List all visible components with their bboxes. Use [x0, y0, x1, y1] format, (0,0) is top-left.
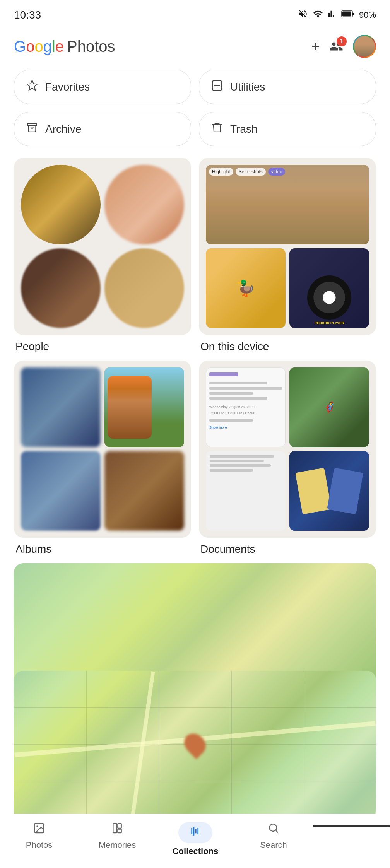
google-wordmark: Google	[14, 38, 64, 55]
record-player-image: RECORD PLAYER	[289, 248, 369, 328]
archive-label: Archive	[45, 123, 81, 135]
avatar	[353, 35, 376, 58]
home-indicator	[313, 825, 390, 827]
profile-button[interactable]	[353, 35, 376, 58]
header-actions: + 1	[311, 35, 376, 58]
documents-card[interactable]: Wednesday, August 26, 2020 12:00 PM • 17…	[199, 361, 376, 555]
app-logo: Google Photos	[14, 38, 115, 55]
checklist-icon	[211, 79, 223, 94]
bottom-nav: Photos Memories Collections	[0, 814, 390, 868]
plus-icon: +	[311, 38, 320, 55]
album-image-3	[21, 451, 101, 531]
battery-percentage: 90%	[359, 10, 376, 20]
nav-search[interactable]: Search	[234, 822, 313, 856]
search-nav-label: Search	[260, 840, 287, 850]
people-label: People	[14, 340, 191, 353]
nav-photos[interactable]: Photos	[0, 822, 78, 856]
album-images	[14, 361, 191, 538]
archive-icon	[26, 121, 38, 137]
collections-nav-label: Collections	[173, 846, 219, 856]
on-device-card[interactable]: Highlight Selfie shots video 🦆 RECORD PL…	[199, 158, 376, 353]
albums-card[interactable]: Albums	[14, 361, 191, 555]
archive-button[interactable]: Archive	[14, 112, 191, 146]
svg-point-6	[36, 825, 38, 827]
status-icons: 90%	[298, 9, 376, 21]
comic-image: 🦸	[289, 367, 369, 447]
people-card[interactable]: People	[14, 158, 191, 353]
on-device-label: On this device	[199, 340, 376, 353]
photos-wordmark: Photos	[67, 38, 115, 55]
svg-rect-4	[27, 123, 37, 125]
status-bar: 10:33 90%	[0, 0, 390, 27]
favorites-label: Favorites	[45, 81, 90, 93]
duck-image: 🦆	[206, 248, 286, 328]
cards-image	[289, 451, 369, 531]
share-button[interactable]: 1	[329, 39, 344, 53]
utilities-button[interactable]: Utilities	[199, 70, 376, 104]
document-sheet: Wednesday, August 26, 2020 12:00 PM • 17…	[206, 367, 286, 447]
map-background	[14, 671, 376, 818]
collections-nav-icon	[189, 825, 202, 840]
photos-nav-label: Photos	[26, 840, 53, 850]
memories-nav-icon	[111, 822, 123, 837]
svg-rect-7	[113, 824, 116, 833]
person-face-2	[21, 248, 101, 328]
nav-memories[interactable]: Memories	[78, 822, 156, 856]
people-images	[14, 158, 191, 335]
dog-image	[21, 165, 101, 244]
signal-icon	[328, 9, 337, 21]
svg-rect-1	[352, 13, 354, 15]
memories-nav-label: Memories	[99, 840, 136, 850]
trash-icon	[211, 121, 223, 137]
album-image-4	[104, 451, 184, 531]
utility-grid: Favorites Utilities Archive	[0, 66, 390, 154]
status-time: 10:33	[14, 9, 41, 21]
avatar-image	[354, 36, 375, 57]
photos-nav-icon	[33, 822, 45, 837]
utilities-label: Utilities	[230, 81, 265, 93]
notification-badge: 1	[337, 36, 347, 46]
collections-grid: People Highlight Selfie shots video	[0, 154, 390, 563]
wifi-icon	[313, 9, 323, 21]
mute-icon	[298, 9, 308, 21]
cat-image: Highlight Selfie shots video	[206, 165, 369, 244]
battery-icon	[341, 10, 354, 20]
app-header: Google Photos + 1	[0, 27, 390, 66]
trash-label: Trash	[230, 123, 258, 135]
favorites-button[interactable]: Favorites	[14, 70, 191, 104]
album-image-1	[21, 367, 101, 447]
document-list	[206, 451, 286, 531]
album-image-2	[104, 367, 184, 447]
star-icon	[26, 79, 38, 94]
device-images: Highlight Selfie shots video 🦆 RECORD PL…	[199, 158, 376, 335]
svg-rect-2	[342, 12, 351, 17]
document-images: Wednesday, August 26, 2020 12:00 PM • 17…	[199, 361, 376, 538]
svg-point-10	[269, 824, 277, 831]
svg-rect-8	[118, 824, 121, 828]
add-button[interactable]: +	[311, 38, 320, 55]
albums-label: Albums	[14, 543, 191, 555]
trash-button[interactable]: Trash	[199, 112, 376, 146]
person-face-1	[104, 165, 184, 244]
documents-label: Documents	[199, 543, 376, 555]
search-nav-icon	[267, 822, 280, 837]
nav-collections[interactable]: Collections	[156, 822, 234, 856]
svg-rect-9	[118, 829, 121, 833]
person-face-3	[104, 248, 184, 328]
